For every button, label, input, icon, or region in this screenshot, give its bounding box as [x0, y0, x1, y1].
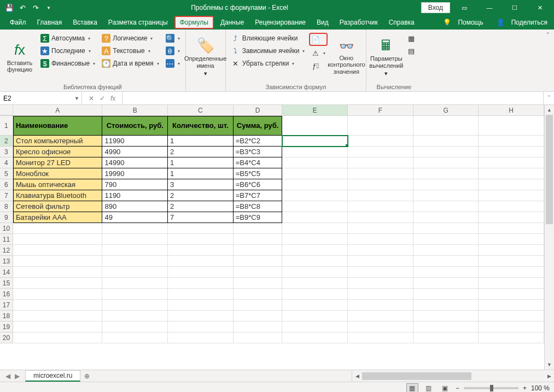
collapse-ribbon-icon[interactable]: ˄ — [542, 30, 554, 91]
scroll-right-icon[interactable]: ▶ — [544, 373, 554, 379]
fx-icon[interactable]: fx — [110, 95, 115, 102]
watch-window-button[interactable]: 👓 Окно контрольного значения — [330, 32, 363, 83]
evaluate-formula-button[interactable]: ƒ⃝ — [309, 60, 328, 71]
trace-precedents-button[interactable]: ⤴Влияющие ячейки — [229, 33, 307, 44]
cell[interactable] — [413, 136, 479, 147]
row-header[interactable]: 16 — [0, 289, 13, 300]
cell[interactable] — [168, 267, 234, 278]
minimize-icon[interactable]: — — [479, 0, 500, 15]
cell[interactable] — [479, 116, 544, 136]
cell[interactable] — [348, 179, 413, 190]
tab-help[interactable]: Справка — [383, 15, 420, 30]
cell[interactable] — [413, 289, 479, 300]
tab-formulas[interactable]: Формулы — [174, 16, 214, 29]
tab-data[interactable]: Данные — [215, 15, 249, 30]
tab-home[interactable]: Главная — [32, 15, 68, 30]
cell[interactable] — [413, 190, 479, 201]
col-header-E[interactable]: E — [282, 105, 348, 115]
cell[interactable] — [348, 168, 413, 179]
cell[interactable] — [348, 212, 413, 223]
cell[interactable] — [479, 300, 544, 311]
cell[interactable] — [282, 332, 348, 343]
cell[interactable]: 49 — [102, 212, 168, 223]
row-header[interactable]: 15 — [0, 278, 13, 289]
cell[interactable] — [479, 168, 544, 179]
cell[interactable]: 11990 — [102, 136, 168, 147]
cell[interactable]: 790 — [102, 179, 168, 190]
cell[interactable]: 4990 — [102, 147, 168, 157]
cell[interactable] — [348, 234, 413, 245]
col-header-H[interactable]: H — [479, 105, 544, 115]
tab-layout[interactable]: Разметка страницы — [103, 15, 173, 30]
cell[interactable] — [13, 332, 103, 343]
cell[interactable] — [413, 212, 479, 223]
cell[interactable] — [102, 289, 168, 300]
row-header[interactable]: 8 — [0, 201, 13, 212]
cell[interactable] — [168, 245, 234, 256]
cell[interactable]: 3 — [168, 179, 234, 190]
close-icon[interactable]: ✕ — [529, 0, 551, 15]
scroll-down-icon[interactable]: ▼ — [545, 360, 554, 370]
save-icon[interactable]: 💾 — [4, 3, 14, 13]
maximize-icon[interactable]: ☐ — [504, 0, 526, 15]
cell[interactable] — [479, 147, 544, 157]
calc-now-button[interactable]: ▦ — [405, 33, 418, 44]
zoom-in-icon[interactable]: + — [523, 384, 527, 392]
cell[interactable] — [282, 116, 348, 136]
datetime-button[interactable]: 🕐Дата и время▾ — [100, 58, 161, 69]
col-header-D[interactable]: D — [234, 105, 283, 115]
vertical-scrollbar[interactable]: ▲ ▼ — [544, 105, 554, 370]
confirm-icon[interactable]: ✓ — [100, 95, 105, 102]
cell[interactable] — [413, 278, 479, 289]
row-header[interactable]: 10 — [0, 223, 13, 234]
row-header[interactable]: 3 — [0, 147, 13, 157]
row-header[interactable]: 6 — [0, 179, 13, 190]
cell[interactable] — [282, 179, 348, 190]
cell[interactable]: 1 — [168, 168, 234, 179]
error-checking-button[interactable]: ⚠▾ — [309, 48, 328, 58]
cell[interactable] — [348, 256, 413, 267]
cell[interactable] — [13, 311, 103, 321]
cell[interactable] — [282, 223, 348, 234]
cell[interactable]: =B5*C5 — [234, 168, 283, 179]
cell[interactable] — [102, 223, 168, 234]
cell[interactable] — [282, 311, 348, 321]
cell[interactable] — [234, 267, 283, 278]
cell[interactable] — [13, 267, 103, 278]
cell[interactable] — [479, 190, 544, 201]
text-button[interactable]: AТекстовые▾ — [100, 45, 161, 56]
zoom-out-icon[interactable]: − — [456, 384, 459, 392]
cell[interactable] — [102, 256, 168, 267]
cell[interactable] — [479, 223, 544, 234]
cell[interactable] — [102, 311, 168, 321]
cell[interactable] — [13, 278, 103, 289]
cell[interactable] — [234, 321, 283, 332]
redo-icon[interactable]: ↷ — [31, 3, 40, 13]
trace-dependents-button[interactable]: ⤵Зависимые ячейки▾ — [229, 45, 307, 56]
cell[interactable] — [348, 245, 413, 256]
cell[interactable] — [348, 321, 413, 332]
tab-developer[interactable]: Разработчик — [334, 15, 383, 30]
login-button[interactable]: Вход — [421, 2, 450, 13]
cell[interactable]: 890 — [102, 201, 168, 212]
cell[interactable] — [479, 245, 544, 256]
cell[interactable] — [479, 289, 544, 300]
add-sheet-button[interactable]: ⊕ — [80, 370, 94, 382]
cell[interactable]: 2 — [168, 147, 234, 157]
page-break-view-icon[interactable]: ▣ — [439, 383, 451, 393]
share-label[interactable]: Поделиться — [511, 19, 547, 26]
cell[interactable] — [282, 278, 348, 289]
cell[interactable] — [348, 190, 413, 201]
cell[interactable]: Мышь оптическая — [13, 179, 103, 190]
cancel-icon[interactable]: ✕ — [89, 95, 94, 102]
cell[interactable] — [13, 300, 103, 311]
cell[interactable] — [413, 332, 479, 343]
cell[interactable] — [168, 223, 234, 234]
cell[interactable] — [13, 321, 103, 332]
calc-sheet-button[interactable]: ▤ — [405, 45, 418, 56]
cell[interactable] — [348, 300, 413, 311]
cell[interactable] — [168, 332, 234, 343]
cell[interactable]: Кресло офисное — [13, 147, 103, 157]
cell[interactable]: Батарейки AAA — [13, 212, 103, 223]
col-header-C[interactable]: C — [168, 105, 234, 115]
